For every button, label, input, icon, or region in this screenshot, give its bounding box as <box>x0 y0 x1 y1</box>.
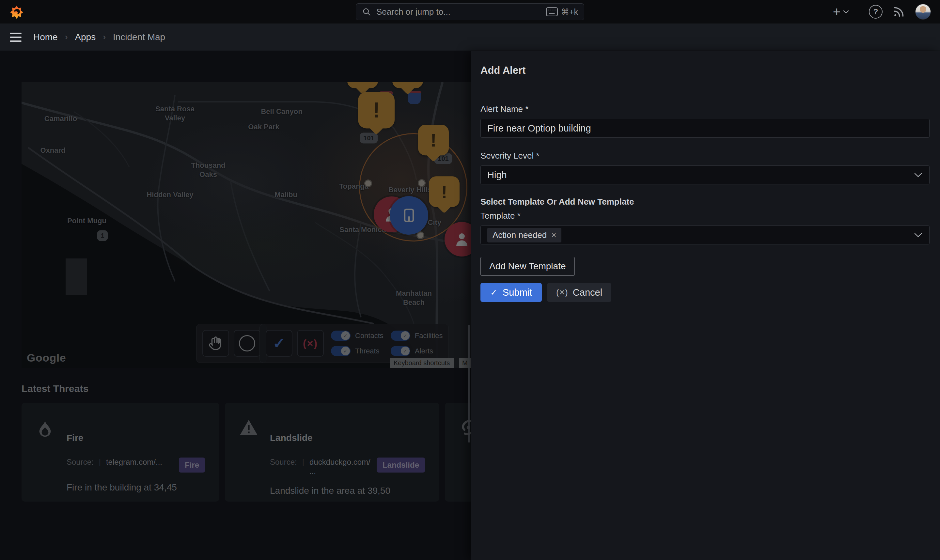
breadcrumb-apps[interactable]: Apps <box>75 32 95 42</box>
search-shortcut-hint: ⌘+k <box>546 7 578 17</box>
grafana-logo[interactable] <box>9 4 24 19</box>
chevron-down-icon <box>843 10 849 14</box>
breadcrumb-home[interactable]: Home <box>33 32 58 42</box>
toggle-label-alerts: Alerts <box>415 347 433 355</box>
breadcrumb-current: Incident Map <box>113 32 165 42</box>
menu-icon[interactable] <box>10 32 22 42</box>
keyboard-shortcuts-chip[interactable]: Keyboard shortcuts <box>390 358 454 368</box>
warning-triangle-icon <box>239 418 258 437</box>
keyboard-icon <box>546 7 558 16</box>
threat-marker[interactable]: ! <box>392 82 423 88</box>
dashboard-area: Santa Rosa Valley Camarillo Oxnard Thous… <box>0 51 471 560</box>
hand-icon <box>208 336 223 351</box>
template-select[interactable]: Action needed × <box>480 226 929 245</box>
toggle-knob-icon: ✓ <box>341 331 350 340</box>
confirm-selection-button[interactable]: ✓ <box>266 330 292 357</box>
source-label: Source: <box>270 457 297 467</box>
pan-tool-button[interactable] <box>202 330 229 357</box>
flame-icon <box>36 418 54 445</box>
alert-name-label: Alert Name * <box>480 104 929 114</box>
map-label: Thousand Oaks <box>191 161 225 179</box>
template-label: Template * <box>480 211 929 221</box>
scrollbar-thumb[interactable] <box>468 325 470 443</box>
threat-description: Landslide in the area at 39,50 <box>270 484 404 498</box>
source-label: Source: <box>66 457 94 467</box>
chevron-down-icon <box>914 172 922 177</box>
circle-icon <box>239 335 255 351</box>
threat-card-landslide: Landslide Source: | duckduckgo.com/... L… <box>225 403 439 502</box>
template-section-heading: Select Template Or Add New Template <box>480 197 929 207</box>
check-icon: ✓ <box>490 288 497 298</box>
mountain-shading <box>158 206 368 285</box>
global-search[interactable]: ⌘+k <box>356 3 584 20</box>
threat-title: Landslide <box>270 433 425 443</box>
cancel-button[interactable]: (×) Cancel <box>547 283 611 302</box>
shortcut-label: ⌘+k <box>561 7 578 17</box>
grafana-app: ⌘+k + ? Home › Apps › Incident Map <box>0 0 940 560</box>
threat-card-fire: Fire Source: | telegram.com/... Fire Fir… <box>22 403 219 502</box>
severity-label: Severity Level * <box>480 151 929 161</box>
map-label: Santa Rosa Valley <box>155 105 194 122</box>
help-icon: ? <box>874 7 878 16</box>
threat-card-hurricane <box>445 403 471 502</box>
plus-icon: + <box>833 5 840 18</box>
building-icon <box>400 207 417 224</box>
help-button[interactable]: ? <box>869 5 883 18</box>
cancel-selection-button[interactable]: (×) <box>297 330 324 357</box>
threat-title: Fire <box>66 433 205 443</box>
breadcrumb-separator-icon: › <box>103 32 106 42</box>
rss-icon <box>892 5 905 18</box>
source-divider: | <box>302 457 304 467</box>
search-input[interactable] <box>376 6 542 17</box>
threat-marker[interactable]: ! <box>429 176 460 207</box>
route-shield: 101 <box>360 133 378 144</box>
severity-select[interactable]: High <box>480 165 929 185</box>
route-shield: 1 <box>97 231 108 241</box>
toggle-contacts[interactable]: ✓ <box>331 331 351 341</box>
incident-map[interactable]: Santa Rosa Valley Camarillo Oxnard Thous… <box>22 82 471 368</box>
alert-name-input[interactable] <box>480 119 929 138</box>
top-nav: ⌘+k + ? <box>0 0 940 23</box>
warning-mark-icon: ! <box>405 82 411 83</box>
warning-mark-icon: ! <box>373 98 380 122</box>
threat-marker[interactable]: ! <box>347 82 378 88</box>
google-logo: Google <box>27 351 66 364</box>
latest-threats-heading: Latest Threats <box>22 383 471 394</box>
toggle-label-facilities: Facilities <box>415 332 443 340</box>
map-tool-panel <box>196 324 267 363</box>
facility-marker[interactable] <box>390 196 428 235</box>
shape-tool-button[interactable] <box>234 330 260 357</box>
threat-badge: Fire <box>179 457 205 472</box>
poi-dot <box>364 180 372 187</box>
new-menu-button[interactable]: + <box>833 5 849 18</box>
interstate-shield-icon <box>408 93 421 104</box>
cancel-label: Cancel <box>573 287 602 298</box>
severity-value: High <box>487 170 507 180</box>
toggle-threats[interactable]: ✓ <box>331 346 351 356</box>
toggle-label-contacts: Contacts <box>355 332 383 340</box>
breadcrumb: Home › Apps › Incident Map <box>33 32 165 42</box>
warning-mark-icon: ! <box>431 129 437 151</box>
selected-template-tag: Action needed × <box>487 228 562 243</box>
map-label: Beverly Hills <box>388 185 431 194</box>
submit-button[interactable]: ✓ Submit <box>480 283 542 302</box>
map-label: Malibu <box>274 190 297 199</box>
source-divider: | <box>99 457 101 467</box>
threat-marker[interactable]: ! <box>418 125 449 155</box>
search-icon <box>362 7 371 16</box>
source-link[interactable]: telegram.com/... <box>106 457 162 467</box>
remove-tag-icon[interactable]: × <box>551 231 556 239</box>
toggle-label-threats: Threats <box>355 347 380 355</box>
toggle-knob-icon: ✓ <box>401 346 409 355</box>
cancel-x-icon: (×) <box>556 288 568 298</box>
breadcrumb-bar: Home › Apps › Incident Map <box>0 23 940 51</box>
toggle-alerts[interactable]: ✓ <box>391 346 410 356</box>
source-link[interactable]: duckduckgo.com/... <box>309 457 371 476</box>
add-new-template-button[interactable]: Add New Template <box>480 257 575 276</box>
threat-badge: Landslide <box>377 457 425 472</box>
user-avatar[interactable] <box>915 4 931 20</box>
cancel-x-icon: (×) <box>303 337 318 349</box>
news-button[interactable] <box>892 5 905 18</box>
threat-marker[interactable]: ! <box>358 92 395 128</box>
toggle-facilities[interactable]: ✓ <box>391 331 410 341</box>
